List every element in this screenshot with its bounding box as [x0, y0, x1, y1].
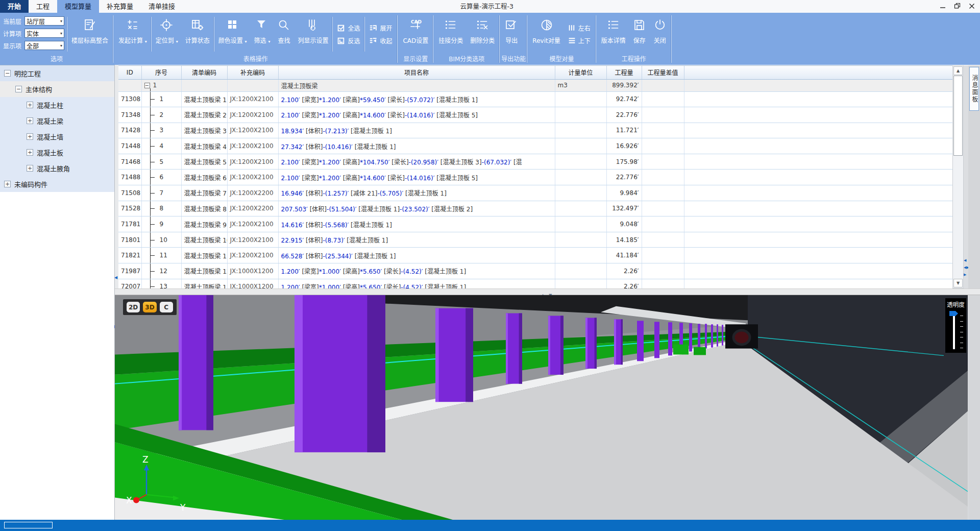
expand-node-icon[interactable]: + [27, 133, 33, 140]
window-controls [940, 0, 975, 13]
table-vertical-scrollbar[interactable]: ▲ ▼ [952, 65, 964, 288]
table-row[interactable]: 7200713混凝土顶板梁 13JX:1000X12001.200′ [梁宽]*… [118, 279, 952, 288]
table-row[interactable]: 7198712混凝土顶板梁 12JX:1000X12001.200′ [梁宽]*… [118, 263, 952, 279]
search-icon [277, 18, 290, 32]
tree-item-混凝土墙[interactable]: +混凝土墙 [0, 129, 114, 144]
menu-tab-清单挂接[interactable]: 清单挂接 [141, 0, 183, 13]
select-all-icon [337, 24, 345, 32]
计算项-dropdown[interactable]: 实体▾ [24, 29, 64, 38]
ribbon-button-导出[interactable]: 导出 [501, 13, 522, 55]
table-row[interactable]: 717819混凝土顶板梁 9JX:1200X210014.616′ [体积]-(… [118, 216, 952, 232]
collapse-group-icon[interactable]: − [144, 83, 150, 88]
ribbon-button-保存[interactable]: 保存 [629, 13, 650, 55]
ribbon-button-颜色设置[interactable]: 颜色设置 ▾ [215, 13, 251, 55]
table-row[interactable]: 713081混凝土顶板梁 1JX:1200X21002.100′ [梁宽]*1.… [118, 91, 952, 107]
table-row[interactable]: 714283混凝土顶板梁 3JX:1200X210018.934′ [体积]-(… [118, 123, 952, 138]
menu-tab-工程[interactable]: 工程 [29, 0, 57, 13]
ribbon-button-查找[interactable]: 查找 [274, 13, 294, 55]
table-row[interactable]: 7180110混凝土顶板梁 10JX:1200X210022.915′ [体积]… [118, 232, 952, 248]
ribbon-small-button-反选[interactable]: 反选 [337, 36, 360, 45]
ribbon-button-删除分类[interactable]: 删除分类 [467, 13, 498, 55]
tree-item-混凝土柱[interactable]: +混凝土柱 [0, 97, 114, 113]
ribbon-group: 版本详情保存关闭工程操作 [596, 13, 672, 65]
tree-item-混凝土板[interactable]: +混凝土板 [0, 144, 114, 160]
ribbon-button-发起计算[interactable]: 发起计算 ▾ [115, 13, 151, 55]
ribbon-button-计算状态[interactable]: 计算状态 [182, 13, 213, 55]
menu-tab-补充算量[interactable]: 补充算量 [99, 0, 141, 13]
expand-node-icon[interactable]: + [27, 102, 33, 108]
ribbon-button-版本详情[interactable]: 版本详情 [598, 13, 629, 55]
view-button-C[interactable]: C [160, 302, 173, 312]
tree-item-混凝土梁[interactable]: +混凝土梁 [0, 113, 114, 129]
transparency-panel: 透明度 [945, 298, 966, 353]
ribbon-group: 挂接分类删除分类BIM分类选项 [433, 13, 500, 65]
table-row[interactable]: 7182111混凝土顶板梁 11JX:1200X210066.528′ [体积]… [118, 248, 952, 263]
column-header-清单编码[interactable]: 清单编码 [181, 66, 227, 79]
restore-window-icon[interactable] [954, 3, 961, 10]
close-window-icon[interactable] [969, 3, 975, 10]
transparency-slider[interactable] [953, 312, 955, 349]
column-header-项目名称[interactable]: 项目名称 [278, 66, 555, 79]
ribbon-button-筛选[interactable]: 筛选 ▾ [251, 13, 274, 55]
model-3d-scene[interactable]: Z X Y [115, 295, 968, 520]
view-button-3D[interactable]: 3D [143, 302, 156, 312]
transparency-slider-thumb[interactable] [949, 311, 958, 316]
menu-tab-开始[interactable]: 开始 [0, 0, 29, 13]
tree-item-未编码构件[interactable]: +未编码构件 [0, 176, 114, 192]
expand-node-icon[interactable]: + [4, 181, 11, 187]
ribbon-button-Revit对量[interactable]: Revit对量 [529, 13, 564, 55]
tree-item-明挖工程[interactable]: −明挖工程 [0, 65, 114, 81]
view-mode-toolbar: 2D3DC [123, 299, 177, 315]
view-button-2D[interactable]: 2D [127, 302, 140, 312]
collapse-left-icon[interactable]: ◀ [114, 275, 117, 280]
ribbon-small-button-收起[interactable]: 收起 [370, 36, 392, 45]
panel-collapse-left-icon[interactable]: ◀ [964, 258, 966, 262]
column-header-ID[interactable]: ID [118, 66, 141, 79]
table-row[interactable]: 715087混凝土顶板梁 7JX:1200X220016.946′ [体积]-(… [118, 185, 952, 201]
scroll-up-icon[interactable]: ▲ [953, 66, 963, 75]
ribbon-button-挂接分类[interactable]: 挂接分类 [435, 13, 467, 55]
panel-expand-right-icon[interactable]: ▶ [964, 273, 966, 277]
table-row[interactable]: 714484混凝土顶板梁 4JX:1200X210027.342′ [体积]-(… [118, 138, 952, 154]
ribbon-button-列显示设置[interactable]: 列显示设置 [294, 13, 332, 55]
ribbon-small-button-左右[interactable]: 左右 [568, 23, 591, 32]
ribbon-small-button-展开[interactable]: 展开 [370, 23, 392, 32]
menu-tab-模型算量[interactable]: 模型算量 [57, 0, 99, 13]
collapse-node-icon[interactable]: − [4, 70, 11, 77]
message-panel-tab[interactable]: 消息面板 [969, 67, 979, 111]
ribbon-small-button-全选[interactable]: 全选 [337, 23, 360, 32]
collapse-node-icon[interactable]: − [15, 86, 22, 92]
expand-node-icon[interactable]: + [27, 149, 33, 156]
ribbon-button-楼层标高整合[interactable]: 楼层标高整合 [68, 13, 112, 55]
column-header-序号[interactable]: 序号 [141, 66, 181, 79]
ribbon-separator [364, 17, 365, 52]
table-row[interactable]: 714685混凝土顶板梁 5JX:1200X21002.100′ [梁宽]*1.… [118, 154, 952, 170]
scroll-thumb[interactable] [953, 76, 963, 156]
tree-item-主体结构[interactable]: −主体结构 [0, 81, 114, 97]
ribbon-small-button-上下[interactable]: 上下 [568, 36, 591, 45]
model-3d-viewport[interactable]: Z X Y 2D3DC 透明度 [115, 295, 968, 520]
column-header-工程量差值[interactable]: 工程量差值 [642, 66, 684, 79]
expand-node-icon[interactable]: + [27, 117, 33, 124]
ribbon-group: 当前层站厅层▾计算项实体▾显示项全部▾楼层标高整合选项 [0, 13, 113, 65]
tree-item-混凝土腋角[interactable]: +混凝土腋角 [0, 160, 114, 176]
calc-status-icon [191, 18, 204, 32]
column-header-工程量[interactable]: 工程量 [606, 66, 642, 79]
minimize-window-icon[interactable] [940, 3, 946, 10]
ribbon-group-label: 工程操作 [598, 55, 670, 65]
table-row[interactable]: 714886混凝土顶板梁 6JX:1200X21002.100′ [梁宽]*1.… [118, 170, 952, 185]
ribbon-button-CAD设置[interactable]: CADCAD设置 [399, 13, 432, 55]
column-header-empty[interactable] [684, 66, 952, 79]
显示项-dropdown[interactable]: 全部▾ [24, 41, 64, 50]
ribbon-button-定位到[interactable]: 定位到 ▾ [152, 13, 182, 55]
当前层-dropdown[interactable]: 站厅层▾ [24, 16, 64, 26]
scroll-down-icon[interactable]: ▼ [953, 279, 963, 287]
table-row[interactable]: 713482混凝土顶板梁 2JX:1200X21002.100′ [梁宽]*1.… [118, 107, 952, 123]
expand-node-icon[interactable]: + [27, 165, 33, 172]
table-row[interactable]: 715288混凝土顶板梁 8JX:1200X2200207.503′ [体积]-… [118, 201, 952, 216]
group-row[interactable]: −1混凝土顶板梁m3899.392′ [118, 79, 952, 91]
column-header-补充编码[interactable]: 补充编码 [227, 66, 278, 79]
column-header-计量单位[interactable]: 计量单位 [555, 66, 606, 79]
horizontal-splitter[interactable]: ▲ ▼ [115, 288, 980, 295]
ribbon-button-关闭[interactable]: 关闭 [650, 13, 670, 55]
